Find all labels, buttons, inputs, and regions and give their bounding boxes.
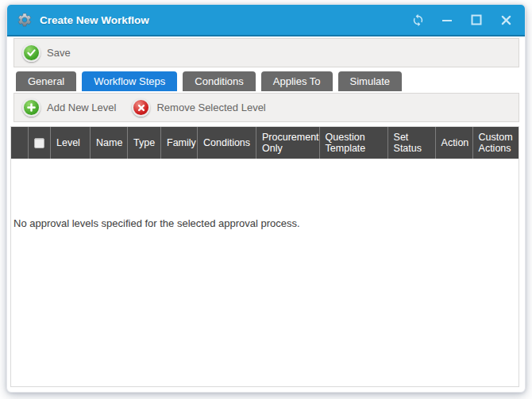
add-new-level-button[interactable]: Add New Level: [22, 98, 116, 117]
header-cell-spacer: [11, 127, 28, 159]
refresh-button[interactable]: [410, 12, 426, 28]
header-cell-name[interactable]: Name: [90, 127, 127, 159]
remove-selected-level-button[interactable]: Remove Selected Level: [132, 98, 265, 117]
tab-simulate[interactable]: Simulate: [338, 71, 403, 91]
window-title: Create New Workflow: [40, 14, 149, 26]
save-label: Save: [47, 47, 71, 59]
maximize-icon: [471, 14, 482, 25]
header-cell-type[interactable]: Type: [127, 127, 160, 159]
grid-body: No approval levels specified for the sel…: [11, 159, 519, 386]
header-cell-question-template[interactable]: Question Template: [319, 127, 387, 159]
remove-x-icon: [132, 98, 150, 117]
grid-header-row: Level Name Type Family Conditions Procur…: [11, 127, 519, 159]
select-all-checkbox[interactable]: [34, 138, 44, 148]
close-button[interactable]: [498, 12, 514, 28]
approval-levels-grid: Level Name Type Family Conditions Procur…: [10, 126, 519, 387]
save-toolbar: Save: [13, 38, 519, 67]
add-new-level-label: Add New Level: [47, 102, 116, 113]
header-cell-set-status[interactable]: Set Status: [387, 127, 435, 159]
header-cell-procurement-only[interactable]: Procurement Only: [256, 127, 319, 159]
remove-selected-level-label: Remove Selected Level: [156, 102, 265, 113]
header-cell-select-all[interactable]: [28, 127, 50, 159]
empty-levels-message: No approval levels specified for the sel…: [11, 159, 519, 229]
minimize-button[interactable]: [439, 12, 455, 28]
tab-strip: General Workflow Steps Conditions Applie…: [16, 71, 519, 91]
tab-workflow-steps[interactable]: Workflow Steps: [82, 71, 177, 91]
save-button[interactable]: Save: [22, 44, 71, 62]
header-cell-custom-actions[interactable]: Custom Actions: [472, 127, 519, 159]
titlebar[interactable]: Create New Workflow: [7, 5, 525, 36]
header-cell-level[interactable]: Level: [50, 127, 90, 159]
save-check-icon: [22, 44, 40, 62]
level-toolbar: Add New Level Remove Selected Level: [13, 93, 519, 122]
refresh-icon: [411, 13, 425, 27]
header-cell-action[interactable]: Action: [435, 127, 472, 159]
tab-conditions[interactable]: Conditions: [183, 71, 255, 91]
header-cell-family[interactable]: Family: [160, 127, 197, 159]
add-plus-icon: [22, 98, 40, 117]
create-new-workflow-dialog: Create New Workflow: [6, 4, 526, 393]
minimize-icon: [441, 14, 453, 25]
gear-icon: [17, 12, 33, 28]
tab-general[interactable]: General: [16, 71, 76, 91]
maximize-button[interactable]: [468, 12, 484, 28]
tab-applies-to[interactable]: Applies To: [261, 71, 333, 91]
window-controls: [410, 12, 514, 28]
header-cell-conditions[interactable]: Conditions: [197, 127, 256, 159]
close-icon: [501, 15, 511, 25]
